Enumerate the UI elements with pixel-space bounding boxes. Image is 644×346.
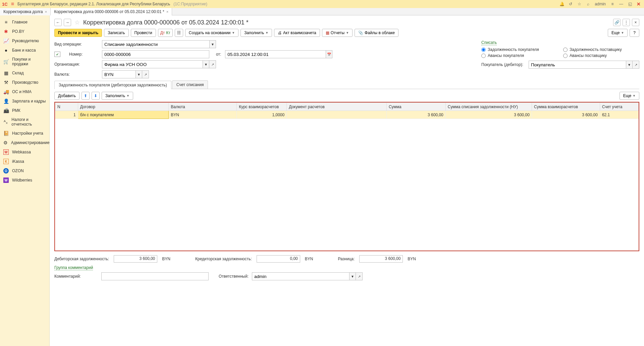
operation-type-input[interactable] xyxy=(102,40,209,48)
dropdown-icon[interactable]: ▼ xyxy=(209,40,216,48)
radio-supplier-advance[interactable]: Авансы поставщику xyxy=(563,53,639,58)
dropdown-icon[interactable]: ▼ xyxy=(626,61,633,69)
close-tab-icon[interactable]: × xyxy=(45,10,47,14)
main-menu-icon[interactable]: ≡ xyxy=(11,1,14,7)
table-more-button[interactable]: Еще▼ xyxy=(620,92,639,100)
dropdown-icon[interactable]: ▼ xyxy=(136,70,142,78)
cell-rate[interactable]: 1,0000 xyxy=(237,111,287,119)
col-n[interactable]: N xyxy=(55,103,78,111)
table-row[interactable]: 1 б/н с покупателем BYN 1,0000 3 600,00 … xyxy=(55,111,639,119)
radio-supplier-debt[interactable]: Задолженность поставщику xyxy=(563,47,639,52)
col-rate[interactable]: Курс взаиморасчетов xyxy=(237,103,287,111)
cell-sum-nu[interactable]: 3 600,00 xyxy=(445,111,532,119)
sidebar-item-hr[interactable]: 👤Зарплата и кадры xyxy=(0,96,49,106)
sidebar-item-ozon[interactable]: OOZON xyxy=(0,166,49,176)
tab-debt-correction-doc[interactable]: Корректировка долга 0000-000006 от 05.03… xyxy=(51,8,172,15)
col-sum-settle[interactable]: Сумма взаиморасчетов xyxy=(532,103,600,111)
tab-receivables[interactable]: Задолженность покупателя (дебиторская за… xyxy=(54,81,171,89)
structure-icon-button[interactable]: ☷ xyxy=(175,29,183,37)
open-icon[interactable]: ↗ xyxy=(209,60,216,68)
sidebar-item-rmk[interactable]: 📠РМК xyxy=(0,106,49,115)
buyer-combo[interactable]: ▼ ↗ xyxy=(529,61,639,69)
offset-act-button[interactable]: 🖨Акт взаимозачета xyxy=(274,29,320,37)
history-icon[interactable]: ↺ xyxy=(567,1,574,7)
add-row-button[interactable]: Добавить xyxy=(54,92,79,100)
cell-n[interactable]: 1 xyxy=(55,111,78,119)
sidebar-item-taxes[interactable]: ᴬₓНалоги и отчетность xyxy=(0,115,49,129)
sidebar-item-webkassa[interactable]: WWebkassa xyxy=(0,147,49,157)
favorite-star-icon[interactable]: ☆ xyxy=(74,19,80,26)
sidebar-item-admin[interactable]: ⚙Администрирование xyxy=(0,138,49,147)
star-icon[interactable]: ☆ xyxy=(576,1,583,7)
search-icon[interactable]: ⌕ xyxy=(585,1,591,7)
comments-group-toggle[interactable]: Группа комментарий xyxy=(54,265,93,270)
open-icon[interactable]: ↗ xyxy=(633,61,639,69)
sidebar-item-bank[interactable]: ●Банк и касса xyxy=(0,46,49,55)
col-account[interactable]: Счет учета xyxy=(600,103,638,111)
comment-input[interactable] xyxy=(101,272,209,280)
responsible-combo[interactable]: ▼ ↗ xyxy=(252,272,363,280)
radio-buyer-debt[interactable]: Задолженность покупателя xyxy=(481,47,556,52)
open-icon[interactable]: ↗ xyxy=(356,272,363,280)
receivables-grid[interactable]: N Договор Валюта Курс взаиморасчетов Док… xyxy=(54,102,639,251)
open-icon[interactable]: ↗ xyxy=(142,70,149,78)
post-button[interactable]: Провести xyxy=(131,29,156,37)
close-tab-icon[interactable]: × xyxy=(166,10,168,14)
tab-writeoff-account[interactable]: Счет списания xyxy=(172,80,208,89)
sidebar-item-accounting-settings[interactable]: 📔Настройки учета xyxy=(0,129,49,138)
sidebar-item-main[interactable]: ≡Главное xyxy=(0,17,49,27)
cell-contract[interactable]: б/н с покупателем xyxy=(78,111,169,119)
organization-combo[interactable]: ▼ ↗ xyxy=(102,60,216,68)
operation-type-combo[interactable]: ▼ xyxy=(102,40,216,48)
move-down-button[interactable]: ⬇ xyxy=(92,92,100,100)
date-input[interactable] xyxy=(225,50,326,58)
buyer-input[interactable] xyxy=(529,61,626,69)
help-button[interactable]: ? xyxy=(630,29,639,37)
more-button[interactable]: Еще▼ xyxy=(608,29,628,37)
fill-button[interactable]: Заполнить▼ xyxy=(240,29,272,37)
sidebar-item-production[interactable]: ⚒Производство xyxy=(0,78,49,87)
restore-icon[interactable]: ◱ xyxy=(627,1,633,7)
currency-combo[interactable]: ▼ ↗ xyxy=(102,70,149,78)
bell-icon[interactable]: 🔔 xyxy=(558,1,565,7)
dropdown-icon[interactable]: ▼ xyxy=(349,272,356,280)
number-input[interactable] xyxy=(102,50,209,58)
sidebar-item-ikassa[interactable]: KiKassa xyxy=(0,157,49,166)
col-sum-nu[interactable]: Сумма списания задолженности (НУ) xyxy=(445,103,532,111)
create-based-button[interactable]: Создать на основании▼ xyxy=(185,29,238,37)
nav-back-button[interactable]: ← xyxy=(54,19,62,26)
cell-sum-settle[interactable]: 3 600,00 xyxy=(532,111,600,119)
kebab-icon[interactable]: ⋮ xyxy=(623,19,630,26)
col-contract[interactable]: Договор xyxy=(78,103,169,111)
close-page-icon[interactable]: × xyxy=(632,19,639,26)
user-name[interactable]: admin xyxy=(593,2,607,6)
radio-buyer-advance[interactable]: Авансы покупателя xyxy=(481,53,556,58)
sidebar-item-sales[interactable]: 🛒Покупки и продажи xyxy=(0,55,49,68)
date-combo[interactable]: 📅 xyxy=(225,50,332,58)
cell-account[interactable]: 62.1 xyxy=(600,111,638,119)
cell-doc[interactable] xyxy=(287,111,387,119)
dtkt-icon-button[interactable]: ДтКт xyxy=(158,29,173,37)
sidebar-item-assets[interactable]: 🚚ОС и НМА xyxy=(0,87,49,96)
nav-forward-button[interactable]: → xyxy=(64,19,71,26)
cell-currency[interactable]: BYN xyxy=(169,111,237,119)
post-and-close-button[interactable]: Провести и закрыть xyxy=(54,29,102,37)
link-icon[interactable]: 🔗 xyxy=(613,19,621,26)
writeoff-group-toggle[interactable]: Списать xyxy=(481,40,497,45)
sidebar-item-manager[interactable]: 📈Руководителю xyxy=(0,36,49,46)
fill-table-button[interactable]: Заполнить▼ xyxy=(102,92,133,100)
move-up-button[interactable]: ⬆ xyxy=(82,92,90,100)
close-app-icon[interactable]: ✕ xyxy=(635,1,642,7)
responsible-input[interactable] xyxy=(252,272,349,280)
calendar-icon[interactable]: 📅 xyxy=(326,50,332,58)
minimize-icon[interactable]: — xyxy=(618,1,625,7)
col-sum[interactable]: Сумма xyxy=(386,103,445,111)
settings-bars-icon[interactable]: ≡ xyxy=(609,1,616,7)
cell-sum[interactable]: 3 600,00 xyxy=(386,111,445,119)
col-doc[interactable]: Документ расчетов xyxy=(287,103,387,111)
currency-input[interactable] xyxy=(102,70,136,78)
tab-debt-correction-list[interactable]: Корректировка долга × xyxy=(0,8,51,15)
cloud-files-button[interactable]: 📎Файлы в облаке xyxy=(355,29,398,37)
save-button[interactable]: Записать xyxy=(104,29,128,37)
dropdown-icon[interactable]: ▼ xyxy=(203,60,209,68)
